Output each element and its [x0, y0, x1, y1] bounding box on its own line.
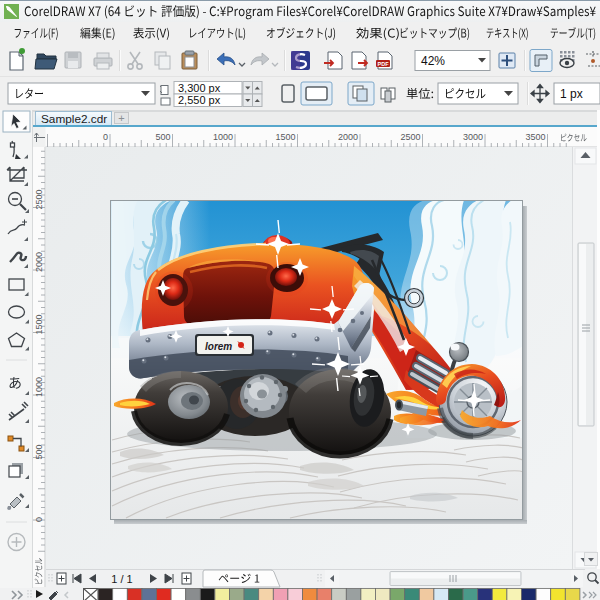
svg-text:2500: 2500	[400, 132, 420, 142]
svg-text:PDF: PDF	[378, 61, 390, 67]
svg-text:1 px: 1 px	[560, 87, 583, 101]
svg-text:3000: 3000	[463, 132, 483, 142]
svg-text:1500: 1500	[34, 314, 44, 334]
svg-text:1500: 1500	[275, 132, 295, 142]
svg-text:2,550 px: 2,550 px	[178, 94, 221, 106]
svg-text:0: 0	[103, 132, 108, 142]
svg-text:2000: 2000	[338, 132, 358, 142]
svg-text:42%: 42%	[421, 54, 445, 68]
svg-text:lorem: lorem	[205, 341, 232, 352]
svg-text:1 / 1: 1 / 1	[111, 573, 132, 585]
svg-text:1000: 1000	[213, 132, 233, 142]
svg-text:3,300 px: 3,300 px	[178, 82, 221, 94]
svg-text:3500: 3500	[525, 132, 545, 142]
svg-text:1000: 1000	[34, 377, 44, 397]
svg-text:2500: 2500	[34, 189, 44, 209]
svg-text:2000: 2000	[34, 252, 44, 272]
svg-text:0: 0	[34, 517, 44, 522]
svg-text:500: 500	[155, 132, 170, 142]
svg-text:500: 500	[34, 444, 44, 459]
